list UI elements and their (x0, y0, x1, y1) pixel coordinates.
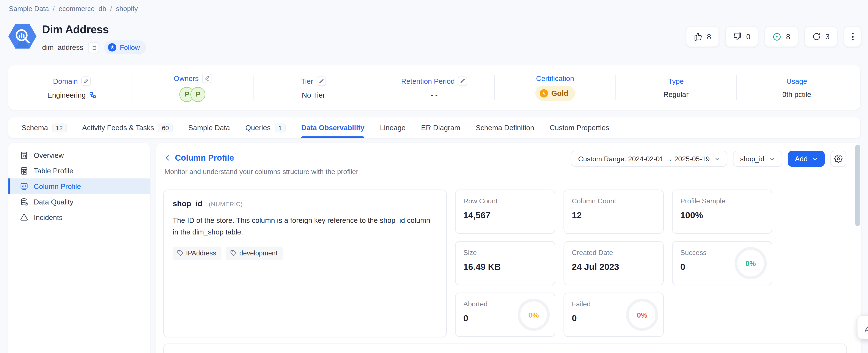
downvote-button[interactable]: 0 (725, 26, 758, 47)
success-percent-donut: 0% (735, 247, 767, 280)
next-card-edge (163, 344, 847, 353)
settings-button[interactable] (830, 151, 846, 167)
edit-tier-icon[interactable] (316, 76, 326, 86)
scrollbar-thumb[interactable] (855, 145, 860, 226)
sidebar-item-label: Incidents (34, 213, 63, 221)
stat-failed: Failed 0 0% (564, 293, 664, 337)
chevron-down-icon (812, 156, 818, 161)
owners-label[interactable]: Owners (174, 74, 199, 82)
meta-field-tier: Tier No Tier (253, 76, 374, 99)
stat-success: Success 0 0% (672, 241, 772, 285)
edit-owners-icon[interactable] (202, 73, 211, 83)
follow-button[interactable]: ★ Follow (104, 40, 146, 54)
add-button[interactable]: Add (788, 151, 825, 167)
feedback-pen-button[interactable] (858, 316, 868, 339)
tab-data-observability[interactable]: Data Observability (301, 117, 365, 138)
tab-count-badge: 1 (274, 123, 286, 132)
date-range-dropdown[interactable]: Custom Range: 2024-02-01 → 2025-05-19 (571, 151, 727, 167)
stat-column-count: Column Count 12 (564, 189, 664, 234)
screenshot-stage: Sample Data / ecommerce_db / shopify Dim… (0, 0, 868, 353)
stat-aborted: Aborted 0 0% (455, 293, 555, 337)
breadcrumb-item[interactable]: Sample Data (9, 5, 49, 13)
profile-stats-grid: Row Count 14,567 Column Count 12 Profile… (455, 189, 772, 337)
certification-label[interactable]: Certification (536, 74, 574, 83)
domain-value: Engineering (47, 91, 86, 99)
title-block: Dim Address dim_address ★ Follow (42, 23, 146, 54)
profiler-controls: Custom Range: 2024-02-01 → 2025-05-19 sh… (571, 151, 846, 167)
history-icon (812, 32, 821, 41)
tab-count-badge: 12 (52, 123, 67, 132)
versions-button[interactable]: 3 (804, 26, 838, 47)
sidebar-item-overview[interactable]: Overview (8, 147, 150, 163)
chevron-down-icon (769, 156, 775, 161)
sidebar-item-data-quality[interactable]: Data Quality (8, 194, 150, 209)
page-title: Dim Address (42, 23, 146, 36)
type-label: Type (668, 77, 684, 85)
sidebar-item-label: Data Quality (34, 198, 73, 206)
stat-size: Size 16.49 KB (455, 241, 555, 285)
tab-er-diagram[interactable]: ER Diagram (421, 117, 460, 138)
breadcrumb-item[interactable]: ecommerce_db (58, 5, 106, 13)
tab-schema-definition[interactable]: Schema Definition (476, 117, 534, 138)
copy-icon[interactable] (88, 42, 99, 53)
downvote-count: 0 (746, 32, 751, 40)
sidebar-item-label: Overview (34, 151, 64, 159)
tab-custom-properties[interactable]: Custom Properties (550, 117, 609, 138)
tag-icon (177, 250, 183, 256)
kebab-menu-button[interactable] (844, 26, 861, 47)
tab-sample-data[interactable]: Sample Data (188, 117, 230, 138)
tab-activity-feeds[interactable]: Activity Feeds & Tasks60 (82, 117, 173, 138)
avatar[interactable]: P (191, 87, 206, 102)
sidebar-item-label: Table Profile (34, 167, 73, 175)
column-select-dropdown[interactable]: shop_id (733, 151, 782, 167)
owner-avatars: P P (180, 87, 206, 102)
sidebar-item-label: Column Profile (34, 182, 81, 190)
breadcrumb-separator: / (110, 5, 112, 13)
meta-field-usage: Usage 0th pctile (737, 77, 857, 98)
column-name: shop_id (173, 199, 203, 208)
column-profile-panel: Column Profile Monitor and understand yo… (156, 143, 862, 353)
tab-queries[interactable]: Queries1 (246, 117, 286, 138)
tab-lineage[interactable]: Lineage (380, 117, 405, 138)
edit-retention-icon[interactable] (458, 76, 467, 86)
bigquery-service-icon (8, 23, 36, 50)
usage-value: 0th pctile (782, 90, 811, 98)
sidebar-item-incidents[interactable]: Incidents (8, 209, 150, 225)
tab-schema[interactable]: Schema12 (22, 117, 67, 138)
tag-icon (230, 250, 237, 256)
chevron-left-icon (164, 154, 171, 161)
tag-ipaddress[interactable]: IPAddress (173, 246, 222, 260)
thumbs-up-icon (694, 32, 703, 41)
domain-link-icon (89, 91, 96, 98)
tag-development[interactable]: development (226, 246, 283, 260)
header-actions: 8 0 8 3 (686, 26, 862, 47)
column-description: The ID of the store. This column is a fo… (173, 215, 437, 238)
panel-description: Monitor and understand your columns stru… (164, 168, 358, 176)
medal-icon: ★ (540, 89, 548, 97)
star-icon: ★ (108, 43, 117, 51)
tab-count-badge: 60 (158, 123, 173, 132)
meta-field-domain: Domain Engineering (12, 76, 132, 99)
back-navigation[interactable]: Column Profile (164, 153, 234, 163)
database-check-icon (20, 198, 28, 206)
column-summary-card: shop_id (NUMERIC) The ID of the store. T… (163, 189, 447, 337)
upvote-count: 8 (707, 32, 711, 40)
retention-value: - - (431, 91, 438, 99)
metadata-bar: Domain Engineering Owners P P Tier (8, 65, 860, 110)
subtitle-row: dim_address ★ Follow (42, 40, 146, 54)
edit-domain-icon[interactable] (81, 76, 91, 86)
tier-label[interactable]: Tier (301, 77, 313, 85)
follow-label: Follow (120, 43, 140, 51)
profiler-sidebar: Overview Table Profile Column Profile Da… (8, 143, 150, 353)
sidebar-item-column-profile[interactable]: Column Profile (8, 178, 150, 194)
type-value: Regular (663, 90, 688, 98)
domain-label[interactable]: Domain (53, 77, 78, 85)
gear-icon (834, 155, 842, 163)
upvote-button[interactable]: 8 (686, 26, 719, 47)
retention-label[interactable]: Retention Period (401, 77, 455, 85)
failed-percent-donut: 0% (626, 299, 658, 331)
followers-button[interactable]: 8 (765, 26, 798, 47)
usage-label: Usage (786, 77, 807, 85)
sidebar-item-table-profile[interactable]: Table Profile (8, 163, 150, 179)
breadcrumb-item[interactable]: shopify (116, 5, 138, 13)
